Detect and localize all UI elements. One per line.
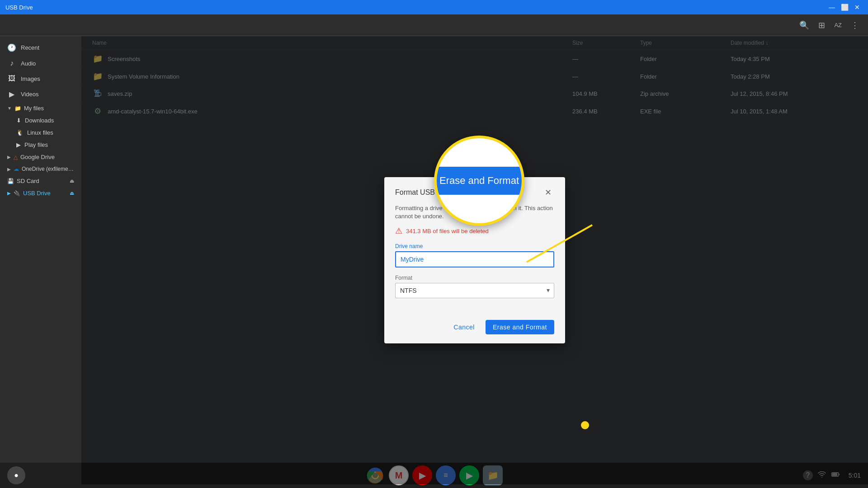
launcher-icon: ● bbox=[14, 471, 19, 479]
taskbar-launcher[interactable]: ● bbox=[7, 466, 25, 484]
audio-icon: ♪ bbox=[7, 59, 16, 67]
dialog-footer: Cancel Erase and Format bbox=[384, 316, 565, 343]
onedrive-icon: ☁ bbox=[14, 166, 19, 172]
chevron-right-icon: ▶ bbox=[7, 155, 11, 160]
usb-drive-icon: 🔌 bbox=[14, 190, 20, 197]
search-icon[interactable]: 🔍 bbox=[797, 19, 811, 32]
modal-overlay[interactable]: Format USB Drive ✕ Formatting a drive wi… bbox=[81, 36, 868, 484]
download-icon: ⬇ bbox=[16, 117, 21, 124]
format-select-wrapper: Format NTFS exFAT FAT32 ▾ bbox=[395, 275, 554, 298]
chevron-down-icon: ▼ bbox=[7, 106, 12, 111]
sidebar-section-myfiles[interactable]: ▼ 📁 My files bbox=[0, 102, 81, 114]
sidebar-item-recent[interactable]: 🕐 Recent bbox=[0, 40, 81, 56]
chevron-right-icon2: ▶ bbox=[7, 167, 11, 172]
toolbar: 🔍 ⊞ AZ ⋮ bbox=[0, 14, 868, 36]
drive-name-input[interactable] bbox=[395, 251, 554, 267]
chevron-right-usb-icon: ▶ bbox=[7, 191, 11, 196]
erase-format-button[interactable]: Erase and Format bbox=[486, 320, 554, 334]
warning-icon: ⚠ bbox=[395, 226, 402, 236]
more-icon[interactable]: ⋮ bbox=[849, 19, 861, 32]
sidebar-item-play-files[interactable]: ▶ Play files bbox=[0, 139, 81, 151]
format-label: Format bbox=[395, 275, 554, 281]
sidebar: 🕐 Recent ♪ Audio 🖼 Images ▶ Videos ▼ 📁 M… bbox=[0, 36, 81, 484]
sidebar-item-linux-files[interactable]: 🐧 Linux files bbox=[0, 127, 81, 139]
minimize-button[interactable]: — bbox=[826, 2, 837, 13]
app-title: USB Drive bbox=[5, 4, 33, 11]
videos-icon: ▶ bbox=[7, 90, 16, 99]
sidebar-item-videos[interactable]: ▶ Videos bbox=[0, 86, 81, 102]
linux-icon: 🐧 bbox=[16, 129, 24, 136]
sidebar-item-usb-drive[interactable]: ▶ 🔌 USB Drive ⏏ bbox=[0, 187, 81, 199]
google-drive-icon: △ bbox=[14, 154, 18, 160]
toolbar-right: 🔍 ⊞ AZ ⋮ bbox=[797, 19, 861, 32]
close-button[interactable]: ✕ bbox=[852, 2, 863, 13]
images-icon: 🖼 bbox=[7, 75, 16, 83]
zoom-inner: Erase and Format bbox=[434, 167, 524, 195]
title-bar-left: USB Drive bbox=[5, 4, 33, 11]
cancel-button[interactable]: Cancel bbox=[446, 320, 482, 334]
sidebar-item-onedrive[interactable]: ▶ ☁ OneDrive (exfileme@outlook... bbox=[0, 163, 81, 175]
drive-name-field: Drive name bbox=[395, 243, 554, 275]
dialog-warning-text: 341.3 MB of files will be deleted bbox=[406, 228, 489, 235]
zoom-label: Erase and Format bbox=[439, 175, 519, 186]
file-content: Name Size Type Date modified ↓ 📁 Screens… bbox=[81, 36, 868, 484]
sidebar-item-audio[interactable]: ♪ Audio bbox=[0, 56, 81, 71]
main-layout: 🕐 Recent ♪ Audio 🖼 Images ▶ Videos ▼ 📁 M… bbox=[0, 36, 868, 484]
dialog-warning: ⚠ 341.3 MB of files will be deleted bbox=[395, 226, 554, 236]
title-bar-controls: — ⬜ ✕ bbox=[826, 2, 863, 13]
myfiles-icon: 📁 bbox=[14, 105, 21, 112]
clock-icon: 🕐 bbox=[7, 43, 16, 52]
zoom-dot-indicator bbox=[581, 421, 589, 429]
grid-icon[interactable]: ⊞ bbox=[816, 19, 827, 32]
drive-name-label: Drive name bbox=[395, 243, 554, 249]
play-icon: ▶ bbox=[16, 141, 21, 148]
title-bar: USB Drive — ⬜ ✕ bbox=[0, 0, 868, 14]
zoom-callout: Erase and Format bbox=[434, 136, 524, 226]
az-label[interactable]: AZ bbox=[832, 20, 844, 30]
maximize-button[interactable]: ⬜ bbox=[839, 2, 850, 13]
dialog-close-button[interactable]: ✕ bbox=[542, 186, 554, 199]
sidebar-item-images[interactable]: 🖼 Images bbox=[0, 71, 81, 86]
format-select[interactable]: NTFS exFAT FAT32 bbox=[395, 283, 554, 298]
sidebar-item-sd-card[interactable]: 💾 SD Card ⏏ bbox=[0, 175, 81, 187]
sd-card-icon: 💾 bbox=[7, 178, 14, 184]
sidebar-item-google-drive[interactable]: ▶ △ Google Drive bbox=[0, 151, 81, 163]
sidebar-item-downloads[interactable]: ⬇ Downloads bbox=[0, 114, 81, 127]
